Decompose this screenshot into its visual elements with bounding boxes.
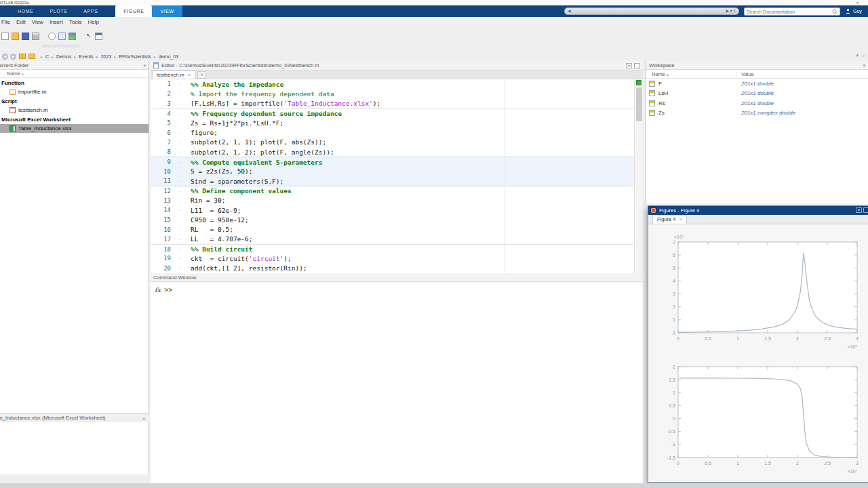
figures-menu-icon[interactable]: ▾ bbox=[856, 207, 862, 213]
breakpoint-gutter[interactable]: – bbox=[175, 256, 184, 260]
tab-testbench[interactable]: testbench.m × bbox=[152, 70, 195, 79]
code-line[interactable]: 6–figure; bbox=[151, 127, 634, 137]
code-line[interactable]: 14–L11 = 62e-9; bbox=[151, 205, 634, 215]
breakpoint-gutter[interactable]: – bbox=[175, 160, 184, 164]
code-line[interactable]: 2–% Import the frequency dependent data bbox=[151, 89, 634, 98]
user-account[interactable]: Guy bbox=[845, 7, 862, 16]
workspace-variable-row[interactable]: Rs201x1 double bbox=[646, 98, 868, 108]
current-folder-header[interactable]: Current Folder ▾ bbox=[0, 61, 149, 70]
quick-access-icons[interactable]: ▶ ▾ ≡ bbox=[726, 8, 736, 14]
workspace-variable-row[interactable]: F201x1 double bbox=[646, 79, 868, 89]
breakpoint-gutter[interactable]: – bbox=[175, 199, 184, 203]
breakpoint-gutter[interactable]: – bbox=[175, 218, 184, 222]
editor-header[interactable]: Editor - C:\Demos\Events\2023\RFforScien… bbox=[151, 61, 643, 70]
workspace-variable-row[interactable]: LsH201x1 double bbox=[646, 89, 868, 99]
command-window-header[interactable]: Command Window bbox=[151, 273, 643, 282]
close-figure-icon[interactable]: × bbox=[679, 216, 682, 224]
zoom-icon[interactable] bbox=[48, 33, 56, 40]
editor-maximize-icon[interactable] bbox=[634, 63, 640, 68]
code-line[interactable]: 8–subplot(2, 1, 2); plot(F, angle(Zs)); bbox=[151, 147, 634, 157]
file-details-bar[interactable]: Table_Inductance.xlsx (Microsoft Excel W… bbox=[0, 413, 149, 422]
code-line[interactable]: 17–LL = 4.707e-6; bbox=[151, 235, 634, 244]
breadcrumb-item[interactable]: Events bbox=[79, 54, 93, 59]
plot-axes[interactable]: 00.511.522.53-1.5-1-0.500.511.52×10⁷ bbox=[662, 357, 865, 476]
colormap-icon[interactable] bbox=[68, 33, 76, 40]
menu-edit[interactable]: Edit bbox=[16, 19, 26, 28]
menu-insert[interactable]: Insert bbox=[50, 19, 63, 28]
save-icon[interactable] bbox=[22, 33, 29, 40]
breakpoint-gutter[interactable]: – bbox=[175, 179, 184, 183]
code-line[interactable]: 11–Sind = sparameters(S,F); bbox=[151, 176, 634, 186]
breakpoint-gutter[interactable]: – bbox=[175, 92, 184, 96]
panel-menu-icon[interactable]: ▾ bbox=[143, 61, 146, 70]
scroll-left-icon[interactable]: ◀ bbox=[568, 8, 571, 14]
menu-file[interactable]: File bbox=[1, 19, 10, 28]
plot-impedance-magnitude[interactable]: 00.511.522.5301234567×10⁴×10⁷ bbox=[662, 232, 865, 352]
address-search-icon[interactable]: ⌕ bbox=[863, 53, 865, 58]
code-line[interactable]: 12–%% Define component values bbox=[151, 186, 634, 195]
breakpoint-gutter[interactable]: – bbox=[175, 121, 184, 125]
code-line[interactable]: 3–[F,LsH,Rs] = importfile('Table_Inducta… bbox=[151, 99, 634, 108]
editor-menu-icon[interactable]: ▾ bbox=[626, 63, 632, 68]
search-input[interactable] bbox=[745, 9, 832, 14]
breakpoint-gutter[interactable]: – bbox=[175, 131, 184, 135]
file-item[interactable]: importfile.m bbox=[0, 87, 149, 96]
breakpoint-gutter[interactable]: – bbox=[175, 208, 184, 212]
workspace-header[interactable]: Workspace ▾ bbox=[646, 61, 868, 70]
breakpoint-gutter[interactable]: – bbox=[175, 247, 184, 251]
breakpoint-gutter[interactable]: – bbox=[175, 228, 184, 232]
command-prompt[interactable]: fx >> bbox=[155, 286, 643, 293]
breakpoint-gutter[interactable]: – bbox=[175, 189, 184, 193]
fx-icon[interactable]: fx bbox=[155, 287, 161, 293]
close-tab-icon[interactable]: × bbox=[188, 71, 191, 79]
file-item[interactable]: testbench.m bbox=[0, 106, 149, 115]
ribbon-tab-home[interactable]: HOME bbox=[9, 5, 41, 17]
forward-icon[interactable]: ▶ bbox=[10, 54, 16, 60]
breakpoint-gutter[interactable]: – bbox=[175, 102, 184, 106]
breadcrumb-item[interactable]: 2023 bbox=[101, 54, 112, 59]
menu-help[interactable]: Help bbox=[88, 19, 99, 28]
editor-scrollbar[interactable] bbox=[634, 79, 643, 273]
address-dropdown-icon[interactable]: ▾ bbox=[856, 53, 859, 58]
figures-titlebar[interactable]: Figures - Figure 4 ▾ bbox=[648, 206, 868, 215]
new-figure-icon[interactable] bbox=[58, 33, 66, 40]
code-line[interactable]: 19–ckt = circuit('circuit'); bbox=[151, 253, 634, 263]
column-divider[interactable] bbox=[736, 70, 736, 78]
pointer-icon[interactable]: ↖ bbox=[85, 33, 92, 40]
plot-axes[interactable]: 00.511.522.5301234567×10⁴×10⁷ bbox=[662, 232, 865, 352]
collapse-ribbon-icon[interactable]: ▾ bbox=[856, 0, 859, 5]
code-line[interactable]: 5–Zs = Rs+1j*2*pi.*LsH.*F; bbox=[151, 118, 634, 127]
code-line[interactable]: 16–RL = 0.5; bbox=[151, 224, 634, 234]
code-line[interactable]: 7–subplot(2, 1, 1); plot(F, abs(Zs)); bbox=[151, 138, 634, 147]
workspace-menu-icon[interactable]: ▾ bbox=[863, 61, 865, 70]
workspace-variable-row[interactable]: Zs201x1 complex double bbox=[646, 108, 868, 119]
breakpoint-gutter[interactable]: – bbox=[175, 150, 184, 154]
breakpoint-gutter[interactable]: – bbox=[175, 169, 184, 174]
workspace-column-header[interactable]: Name ▴ Value bbox=[646, 70, 868, 79]
print-icon[interactable] bbox=[32, 33, 39, 40]
code-analyzer-indicator[interactable] bbox=[636, 80, 642, 85]
ribbon-tab-view[interactable]: VIEW bbox=[152, 5, 182, 17]
new-document-icon[interactable] bbox=[1, 33, 9, 40]
code-line[interactable]: 4–%% Frequency dependent source impedanc… bbox=[151, 108, 634, 118]
menu-view[interactable]: View bbox=[32, 19, 43, 28]
code-area[interactable]: 1–%% Analyze the impedance2–% Import the… bbox=[151, 79, 634, 273]
ribbon-tab-figure[interactable]: FIGURE bbox=[115, 5, 152, 17]
code-line[interactable]: 1–%% Analyze the impedance bbox=[151, 79, 634, 89]
documentation-search[interactable] bbox=[744, 7, 840, 16]
code-line[interactable]: 10–S = z2s(Zs, 50); bbox=[151, 167, 634, 176]
code-line[interactable]: 20–add(ckt,[1 2], resistor(Rin)); bbox=[151, 264, 634, 273]
expand-details-icon[interactable]: ▴ bbox=[142, 414, 145, 422]
dock-window-icon[interactable] bbox=[95, 33, 102, 40]
folder-column-header[interactable]: Name ▴ bbox=[0, 70, 149, 78]
breadcrumb-item[interactable]: C bbox=[45, 54, 49, 59]
figures-maximize-icon[interactable] bbox=[863, 207, 868, 213]
breakpoint-gutter[interactable]: – bbox=[175, 82, 184, 86]
plot-impedance-phase[interactable]: 00.511.522.53-1.5-1-0.500.511.52×10⁷ bbox=[662, 357, 865, 476]
breadcrumb-item[interactable]: Demos bbox=[56, 54, 71, 59]
open-folder-icon[interactable] bbox=[12, 33, 19, 40]
ribbon-tab-apps[interactable]: APPS bbox=[75, 5, 106, 17]
breakpoint-gutter[interactable]: – bbox=[175, 266, 184, 270]
code-line[interactable]: 9–%% Compute equivalent S-parameters bbox=[151, 157, 634, 166]
scrollbar-thumb[interactable] bbox=[636, 87, 642, 121]
